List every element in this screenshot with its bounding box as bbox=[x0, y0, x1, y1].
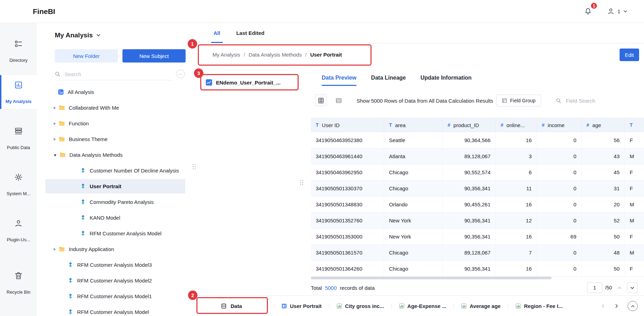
table-row: 3419050501353000New York90,356,341166950… bbox=[311, 229, 644, 245]
tree-item-label: RFM Customer Analysis Model3 bbox=[77, 262, 152, 268]
component-tab-city-gross-inc[interactable]: City gross inc... bbox=[329, 303, 391, 309]
breadcrumb-data-analysis-methods[interactable]: Data Analysis Methods bbox=[248, 52, 302, 58]
table-cell: F bbox=[625, 164, 644, 180]
tree-item-label: KANO Model bbox=[90, 215, 120, 221]
expand-arrow-icon[interactable] bbox=[54, 138, 56, 141]
nav-item-recycle-bin[interactable]: Recycle Bin bbox=[0, 266, 37, 300]
tree-item-rfm-customer-analysis-model1[interactable]: RFM Customer Analysis Model1 bbox=[37, 288, 195, 304]
text-type-icon: T bbox=[389, 122, 392, 128]
nav-item-my-analysis[interactable]: My Analysis bbox=[0, 75, 37, 109]
chart-icon bbox=[337, 303, 342, 309]
table-view-button[interactable] bbox=[333, 95, 344, 106]
search-input[interactable] bbox=[64, 71, 152, 78]
table-cell: 50 bbox=[582, 261, 625, 277]
chevron-down-icon bbox=[96, 33, 101, 38]
table-cell: 16 bbox=[496, 229, 537, 244]
notification-bell-icon[interactable] bbox=[584, 7, 592, 15]
table-cell: 3419050501348830 bbox=[311, 197, 384, 212]
expand-arrow-icon[interactable] bbox=[54, 106, 56, 109]
column-header-age[interactable]: # age bbox=[582, 118, 625, 132]
tree-item-commodity-pareto-analysis[interactable]: Commodity Pareto Analysis bbox=[37, 194, 195, 210]
table-row: 3419050463952380Seattle90,364,56616056F bbox=[311, 132, 644, 148]
field-group-button[interactable]: Field Group bbox=[496, 95, 541, 106]
horizontal-scrollbar[interactable] bbox=[311, 277, 552, 279]
table-cell: 90,356,341 bbox=[443, 213, 496, 228]
tree-item-data-analysis-methods[interactable]: Data Analysis Methods bbox=[37, 147, 195, 163]
column-header-online[interactable]: # online... bbox=[496, 118, 537, 132]
next-page-button[interactable] bbox=[627, 282, 637, 293]
table-cell: 3419050501330370 bbox=[311, 181, 384, 196]
data-tab[interactable]: Data bbox=[221, 303, 274, 309]
tree-item-rfm-customer-analysis-model[interactable]: RFM Customer Analysis Model bbox=[37, 304, 195, 316]
component-tab-region-fee-i[interactable]: Region - Fee I... bbox=[508, 303, 570, 309]
nav-item-plugin-us[interactable]: Plugin-Us... bbox=[0, 213, 37, 247]
user-menu[interactable]: 1 bbox=[607, 7, 628, 15]
page-number-input[interactable] bbox=[587, 282, 602, 293]
table-cell: New York bbox=[384, 229, 443, 244]
breadcrumb-my-analysis[interactable]: My Analysis bbox=[212, 52, 240, 58]
panel-resize-handle[interactable] bbox=[193, 164, 196, 169]
view-tab-last-edited[interactable]: Last Edited bbox=[236, 23, 264, 43]
field-search-input[interactable] bbox=[565, 97, 615, 104]
tree-item-label: Industry Application bbox=[69, 246, 114, 252]
collapse-panel-button[interactable] bbox=[628, 301, 638, 311]
nav-item-label: Directory bbox=[0, 58, 37, 63]
subject-icon bbox=[80, 215, 86, 221]
nav-item-system-m[interactable]: System M... bbox=[0, 167, 37, 201]
grid-view-icon bbox=[318, 97, 324, 104]
total-records-value[interactable]: 5000 bbox=[325, 285, 337, 291]
table-row: 3419050501361570Chicago89,128,0677048M bbox=[311, 245, 644, 261]
subject-icon bbox=[68, 278, 73, 284]
expand-arrow-icon[interactable] bbox=[54, 122, 56, 125]
component-tab-age-expense[interactable]: Age-Expense ... bbox=[392, 303, 454, 309]
component-tab-average-age[interactable]: Average age bbox=[454, 303, 508, 309]
tree-item-industry-application[interactable]: Industry Application bbox=[37, 241, 195, 257]
new-folder-button[interactable]: New Folder bbox=[55, 49, 118, 63]
column-header-item[interactable]: T bbox=[625, 118, 644, 132]
nav-item-directory[interactable]: Directory bbox=[0, 34, 37, 68]
tree-item-collaborated-with-me[interactable]: Collaborated With Me bbox=[37, 100, 195, 116]
column-header-income[interactable]: # income bbox=[537, 118, 582, 132]
component-tab-label: Age-Expense ... bbox=[407, 303, 447, 309]
breadcrumb-row: My Analysis/Data Analysis Methods/User P… bbox=[195, 44, 644, 66]
panel-resize-handle[interactable] bbox=[300, 180, 303, 185]
tree-item-rfm-customer-analysis-model[interactable]: RFM Customer Analysis Model bbox=[37, 226, 195, 241]
main-area: AllLast Edited My Analysis/Data Analysis… bbox=[195, 23, 644, 316]
recycle-bin-icon bbox=[14, 271, 23, 280]
detail-tab-update-information[interactable]: Update Information bbox=[420, 70, 472, 86]
detail-tab-data-lineage[interactable]: Data Lineage bbox=[371, 70, 406, 86]
tree-item-business-theme[interactable]: Business Theme bbox=[37, 131, 195, 147]
table-cell: Orlando bbox=[384, 197, 443, 212]
grid-view-button[interactable] bbox=[315, 95, 327, 106]
tree-item-all-analysis[interactable]: All Analysis bbox=[37, 84, 195, 100]
nav-item-public-data[interactable]: Public Data bbox=[0, 121, 37, 155]
component-tab-user-portrait[interactable]: User Portrait bbox=[274, 303, 329, 309]
expand-arrow-icon[interactable] bbox=[54, 248, 56, 251]
column-header-user-id[interactable]: T User ID bbox=[311, 118, 384, 132]
tree-item-rfm-customer-analysis-model2[interactable]: RFM Customer Analysis Model2 bbox=[37, 273, 195, 288]
collapse-arrow-icon[interactable] bbox=[54, 154, 57, 156]
breadcrumb-user-portrait[interactable]: User Portrait bbox=[310, 52, 342, 58]
explorer-title-dropdown[interactable]: My Analysis bbox=[55, 30, 101, 41]
table-cell: 11 bbox=[496, 181, 537, 196]
edit-button[interactable]: Edit bbox=[620, 49, 639, 61]
new-subject-button[interactable]: New Subject bbox=[122, 49, 186, 63]
tree-item-function[interactable]: Function bbox=[37, 116, 195, 131]
component-tab-label: City gross inc... bbox=[345, 303, 384, 309]
column-label: age bbox=[592, 122, 601, 128]
tree-item-rfm-customer-analysis-model3[interactable]: RFM Customer Analysis Model3 bbox=[37, 257, 195, 273]
dataset-item[interactable]: ENdemo_User_Portrait_... bbox=[202, 75, 298, 89]
detail-tab-data-preview[interactable]: Data Preview bbox=[322, 70, 357, 86]
scroll-tabs-left-button[interactable] bbox=[600, 303, 606, 309]
number-type-icon: # bbox=[501, 122, 503, 128]
scroll-tabs-right-button[interactable] bbox=[614, 303, 619, 309]
column-header-area[interactable]: T area bbox=[384, 118, 443, 132]
tree-item-customer-number-of-decline-analysis[interactable]: Customer Number Of Decline Analysis bbox=[37, 163, 195, 178]
previous-page-button[interactable] bbox=[617, 285, 622, 291]
chart-icon bbox=[516, 303, 521, 309]
tree-item-kano-model[interactable]: KANO Model bbox=[37, 210, 195, 226]
more-options-button[interactable]: ... bbox=[176, 69, 185, 78]
column-header-product-id[interactable]: # product_ID bbox=[443, 118, 496, 132]
view-tab-all[interactable]: All bbox=[214, 23, 220, 43]
tree-item-user-portrait[interactable]: User Portrait bbox=[37, 178, 195, 194]
